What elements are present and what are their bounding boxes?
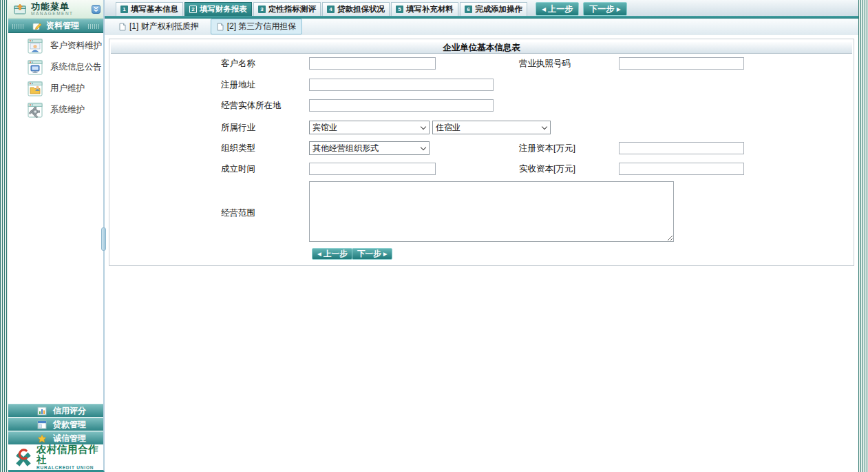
tab-loan-guarantee[interactable]: 4 贷款担保状况: [322, 2, 390, 16]
tab-bar-accent-strip: [105, 16, 858, 19]
tab-complete-operation[interactable]: 6 完成添加操作: [460, 2, 527, 16]
enterprise-basic-info-panel: 企业单位基本信息表 客户名称 营业执照号码 注册地址 经营实体所在地 所属行业: [109, 39, 854, 266]
tab-label: 填写财务报表: [200, 4, 247, 14]
sidebar-item-label: 用户维护: [50, 83, 85, 94]
subtab-property-pledge[interactable]: [1] 财产权利抵质押: [113, 19, 205, 34]
subtab-label: [1] 财产权利抵质押: [129, 21, 199, 32]
system-announcement-icon: [28, 60, 43, 75]
sidebar-menu: 客户资料维护 系统信息公告: [8, 33, 103, 121]
sidebar-title: 功能菜单: [31, 2, 74, 11]
right-edge-stripes: [858, 0, 868, 472]
customer-profile-icon: [28, 39, 43, 54]
chevron-double-down-icon[interactable]: [92, 5, 100, 14]
chevron-down-icon: [421, 144, 426, 150]
registered-address-label: 注册地址: [221, 79, 255, 91]
tab-number-icon: 3: [258, 6, 266, 13]
sidebar-item-system-announcement[interactable]: 系统信息公告: [8, 57, 103, 78]
tab-number-icon: 4: [327, 6, 335, 13]
business-license-input[interactable]: [619, 57, 744, 70]
paid-in-capital-input[interactable]: [619, 163, 744, 175]
wizard-tab-bar: 1 填写基本信息 2 填写财务报表 3 定性指标测评 4 贷款担保状况 5 填写…: [105, 0, 858, 19]
industry-label: 所属行业: [221, 121, 255, 134]
sidebar-section-integrity-management[interactable]: 诚信管理: [8, 431, 103, 444]
section-tick-decoration: [88, 24, 99, 29]
next-step-button-top[interactable]: 下一步 ▸: [583, 2, 626, 16]
main-area: 1 填写基本信息 2 填写财务报表 3 定性指标测评 4 贷款担保状况 5 填写…: [105, 0, 858, 472]
star-icon: [37, 434, 47, 443]
sidebar-item-customer-profile[interactable]: 客户资料维护: [8, 35, 103, 57]
customer-name-label: 客户名称: [221, 57, 255, 70]
established-date-label: 成立时间: [221, 163, 255, 175]
tab-basic-info[interactable]: 1 填写基本信息: [116, 2, 183, 16]
sidebar-section-data-management[interactable]: 资料管理: [8, 19, 103, 33]
paid-in-capital-label: 实收资本[万元]: [519, 163, 575, 175]
tab-financial-statements[interactable]: 2 填写财务报表: [184, 2, 252, 16]
sidebar-section-loan-management[interactable]: 贷款管理: [8, 418, 103, 431]
customer-name-input[interactable]: [309, 57, 436, 70]
business-license-label: 营业执照号码: [519, 57, 571, 70]
sidebar-section-label: 资料管理: [46, 20, 79, 32]
sidebar-subtitle: MANAGEMENT: [31, 12, 74, 17]
industry-select-primary[interactable]: 宾馆业: [309, 121, 430, 134]
org-type-select[interactable]: 其他经营组织形式: [309, 141, 430, 155]
tab-label: 完成添加操作: [475, 4, 522, 14]
content-area: 企业单位基本信息表 客户名称 营业执照号码 注册地址 经营实体所在地 所属行业: [105, 35, 858, 472]
tab-number-icon: 5: [396, 6, 403, 13]
sidebar-item-user-maintenance[interactable]: 用户维护: [8, 78, 103, 99]
app-window: 功能菜单 MANAGEMENT 资料管理: [0, 0, 868, 472]
sidebar-section-label: 贷款管理: [53, 419, 86, 431]
tab-number-icon: 1: [120, 6, 128, 13]
tab-number-icon: 6: [465, 6, 472, 13]
section-tick-decoration: [12, 24, 23, 29]
tab-label: 填写基本信息: [131, 4, 178, 14]
tab-supplementary-materials[interactable]: 5 填写补充材料: [391, 2, 458, 16]
document-icon: [119, 23, 126, 31]
registered-address-input[interactable]: [309, 79, 494, 91]
prev-step-button-form[interactable]: ◂ 上一步: [312, 248, 352, 260]
industry-select-secondary[interactable]: 住宿业: [432, 121, 551, 134]
credit-score-icon: [37, 407, 47, 415]
org-name: 农村信用合作社: [36, 444, 103, 464]
entity-location-label: 经营实体所在地: [221, 99, 282, 112]
tab-number-icon: 2: [189, 6, 197, 13]
sidebar-splitter-handle[interactable]: [101, 227, 106, 251]
sidebar-section-label: 信用评分: [53, 405, 86, 417]
sidebar-section-label: 诚信管理: [53, 433, 86, 444]
registered-capital-label: 注册资本[万元]: [519, 142, 575, 154]
sidebar-spacer: [8, 121, 103, 404]
rural-credit-union-logo-icon: [13, 447, 34, 468]
guarantee-subtab-bar: [1] 财产权利抵质押 [2] 第三方信用担保: [105, 19, 858, 35]
user-maintenance-icon: [28, 81, 43, 96]
sidebar-header: 功能菜单 MANAGEMENT: [8, 0, 103, 19]
entity-location-input[interactable]: [309, 99, 494, 112]
industry-select-primary-value: 宾馆业: [313, 122, 337, 134]
system-maintenance-icon: [28, 103, 43, 118]
sidebar-item-system-maintenance[interactable]: 系统维护: [8, 99, 103, 121]
org-type-select-value: 其他经营组织形式: [313, 143, 379, 154]
loan-management-icon: [37, 420, 47, 429]
industry-select-secondary-value: 住宿业: [436, 122, 461, 134]
tab-label: 填写补充材料: [406, 4, 454, 14]
org-name-en: RURALCREDIT UNION: [36, 466, 103, 471]
org-logo: 农村信用合作社 RURALCREDIT UNION: [8, 445, 103, 470]
sidebar-section-credit-score[interactable]: 信用评分: [8, 404, 103, 417]
form-title: 企业单位基本信息表: [111, 42, 852, 54]
registered-capital-input[interactable]: [619, 142, 744, 154]
business-scope-label: 经营范围: [221, 207, 255, 219]
tab-label: 贷款担保状况: [337, 4, 385, 14]
tab-qualitative-assessment[interactable]: 3 定性指标测评: [253, 2, 321, 16]
chevron-down-icon: [421, 123, 426, 129]
next-step-button-form[interactable]: 下一步 ▸: [352, 248, 392, 260]
business-scope-textarea[interactable]: [309, 181, 674, 242]
subtab-third-party-credit-guarantee[interactable]: [2] 第三方信用担保: [211, 19, 303, 34]
prev-step-button-top[interactable]: ◂ 上一步: [536, 2, 579, 16]
menu-folder-icon: [14, 3, 27, 14]
sidebar: 功能菜单 MANAGEMENT 资料管理: [8, 0, 105, 472]
org-type-label: 组织类型: [221, 141, 255, 155]
document-icon: [217, 23, 224, 31]
pencil-icon: [32, 22, 42, 30]
sidebar-item-label: 客户资料维护: [50, 40, 102, 52]
enterprise-basic-info-form: 客户名称 营业执照号码 注册地址 经营实体所在地 所属行业 宾馆业: [109, 54, 854, 265]
established-date-input[interactable]: [309, 163, 436, 175]
left-edge-stripes: [0, 0, 8, 472]
